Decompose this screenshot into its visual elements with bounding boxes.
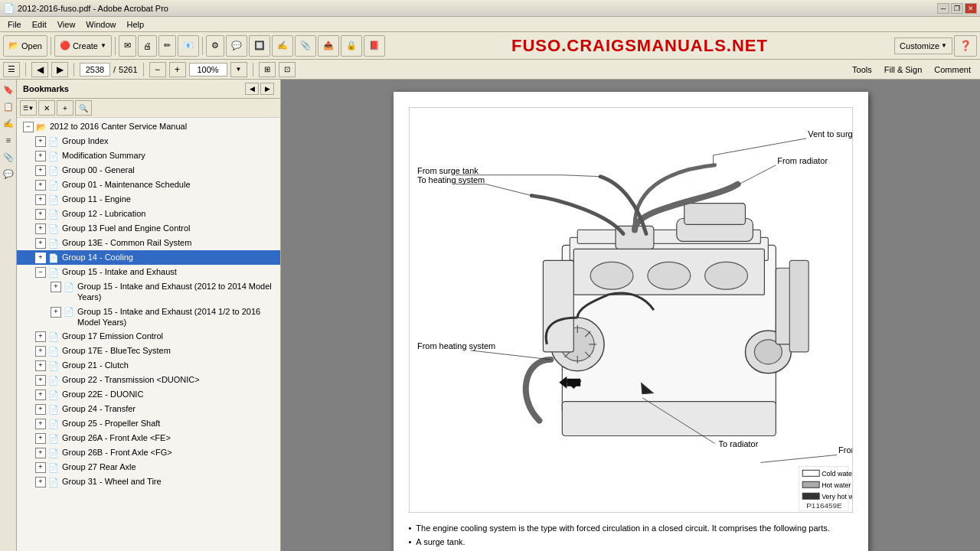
bookmark-tree[interactable]: − 📂 2012 to 2016 Canter Service Manual +… xyxy=(17,118,280,551)
bookmark-item-g26b[interactable]: + 📄 Group 26B - Front Axle <FG> xyxy=(17,445,280,460)
menu-window[interactable]: Window xyxy=(81,18,120,31)
bookmark-item-g26a[interactable]: + 📄 Group 26A - Front Axle <FE> xyxy=(17,431,280,445)
root-expander[interactable]: − xyxy=(23,122,34,132)
menu-edit[interactable]: Edit xyxy=(28,18,51,31)
bookmark-item-g22[interactable]: + 📄 Group 22 - Transmission <DUONIC> xyxy=(17,373,280,387)
sign-button[interactable]: ✍ xyxy=(272,35,293,57)
zoom-out-button[interactable]: − xyxy=(149,62,166,77)
print-button[interactable]: 🖨 xyxy=(138,35,157,57)
g27-expander[interactable]: + xyxy=(35,462,46,473)
edit-button[interactable]: ✏ xyxy=(158,35,176,57)
tools-button[interactable]: Tools xyxy=(846,62,878,77)
panel-expand-button[interactable]: ▶ xyxy=(260,83,274,95)
bookmark-item-g00[interactable]: + 📄 Group 00 - General xyxy=(17,163,280,178)
fill-sign-button[interactable]: Fill & Sign xyxy=(878,62,929,77)
fit-width-button[interactable]: ⊞ xyxy=(259,62,276,77)
menu-help[interactable]: Help xyxy=(122,18,149,31)
g15-expander[interactable]: − xyxy=(35,267,46,278)
g11-expander[interactable]: + xyxy=(35,194,46,205)
g12-expander[interactable]: + xyxy=(35,209,46,220)
open-button[interactable]: 📂 Open xyxy=(3,35,47,57)
page-number-input[interactable] xyxy=(80,63,110,77)
zoom-in-button[interactable]: + xyxy=(169,62,186,77)
customize-button[interactable]: Customize ▼ xyxy=(894,37,952,54)
comment-button[interactable]: Comment xyxy=(928,62,977,77)
bookmark-item-ms[interactable]: + 📄 Modification Summary xyxy=(17,148,280,163)
bookmark-delete-button[interactable]: ✕ xyxy=(38,100,55,116)
g15a-expander[interactable]: + xyxy=(51,282,61,292)
bookmark-item-gi[interactable]: + 📄 Group Index xyxy=(17,134,280,148)
settings-button[interactable]: ⚙ xyxy=(206,35,224,57)
g31-expander[interactable]: + xyxy=(35,477,46,487)
menu-view[interactable]: View xyxy=(53,18,80,31)
panel-collapse-button[interactable]: ◀ xyxy=(245,83,259,95)
bookmark-item-g13[interactable]: + 📄 Group 13 Fuel and Engine Control xyxy=(17,221,280,236)
bookmark-item-g15[interactable]: − 📄 Group 15 - Intake and Exhaust xyxy=(17,265,280,279)
bookmark-item-g13e[interactable]: + 📄 Group 13E - Common Rail System xyxy=(17,236,280,250)
fit-page-button[interactable]: ⊡ xyxy=(279,62,296,77)
ms-expander[interactable]: + xyxy=(35,151,46,161)
bookmark-item-g31[interactable]: + 📄 Group 31 - Wheel and Tire xyxy=(17,474,280,489)
restore-button[interactable]: ❐ xyxy=(951,3,963,14)
bookmark-item-g17[interactable]: + 📄 Group 17 Emission Control xyxy=(17,329,280,344)
bookmark-search-button[interactable]: 🔍 xyxy=(75,100,92,116)
g13e-expander[interactable]: + xyxy=(35,238,46,249)
bookmark-add-button[interactable]: + xyxy=(57,100,74,116)
close-button[interactable]: ✕ xyxy=(965,3,977,14)
acrobat-button[interactable]: 📕 xyxy=(364,35,385,57)
nav-back-button[interactable]: ◀ xyxy=(31,62,48,77)
g25-expander[interactable]: + xyxy=(35,419,46,429)
zoom-dropdown-button[interactable]: ▼ xyxy=(230,62,247,77)
create-button[interactable]: 🔴 Create ▼ xyxy=(54,35,112,57)
bookmark-item-g21[interactable]: + 📄 Group 21 - Clutch xyxy=(17,358,280,373)
bookmark-item-g11[interactable]: + 📄 Group 11 - Engine xyxy=(17,192,280,207)
bookmark-item-g22e[interactable]: + 📄 Group 22E - DUONIC xyxy=(17,387,280,402)
bookmark-item-g25[interactable]: + 📄 Group 25 - Propeller Shaft xyxy=(17,416,280,431)
menu-file[interactable]: File xyxy=(3,18,26,31)
g22-expander[interactable]: + xyxy=(35,375,46,386)
export-button[interactable]: 📤 xyxy=(318,35,339,57)
email-button[interactable]: 📧 xyxy=(178,35,199,57)
bookmark-item-g12[interactable]: + 📄 Group 12 - Lubrication xyxy=(17,207,280,221)
gi-expander[interactable]: + xyxy=(35,136,46,147)
g17-expander[interactable]: + xyxy=(35,331,46,342)
help-icon-button[interactable]: ❓ xyxy=(954,35,977,57)
bookmark-item-g24[interactable]: + 📄 Group 24 - Transfer xyxy=(17,402,280,416)
send-button[interactable]: ✉ xyxy=(119,35,136,57)
bookmark-item-g15a[interactable]: + 📄 Group 15 - Intake and Exhaust (2012 … xyxy=(17,279,280,305)
comment-btn[interactable]: 💬 xyxy=(226,35,247,57)
g22e-expander[interactable]: + xyxy=(35,390,46,400)
bookmarks-panel-icon[interactable]: 🔖 xyxy=(2,83,15,96)
bookmark-item-g14[interactable]: + 📄 Group 14 - Cooling xyxy=(17,250,280,265)
g13-expander[interactable]: + xyxy=(35,223,46,234)
signatures-icon[interactable]: ✍ xyxy=(2,116,15,130)
bookmark-label-g22: Group 22 - Transmission <DUONIC> xyxy=(62,374,200,385)
g14-expander[interactable]: + xyxy=(35,253,46,263)
bookmark-item-g01[interactable]: + 📄 Group 01 - Maintenance Schedule xyxy=(17,178,280,192)
attachments-icon[interactable]: 📎 xyxy=(2,150,15,164)
g26b-expander[interactable]: + xyxy=(35,448,46,458)
minimize-button[interactable]: ─ xyxy=(937,3,949,14)
pdf-viewer[interactable]: Vent to surge tank From radiator To heat… xyxy=(281,80,980,551)
bookmark-item-g27[interactable]: + 📄 Group 27 Rear Axle xyxy=(17,460,280,474)
bookmark-item-g17e[interactable]: + 📄 Group 17E - BlueTec System xyxy=(17,344,280,358)
zoom-input[interactable] xyxy=(189,63,227,77)
g17e-expander[interactable]: + xyxy=(35,346,46,357)
bookmark-item-root[interactable]: − 📂 2012 to 2016 Canter Service Manual xyxy=(17,119,280,134)
bookmark-item-g15b[interactable]: + 📄 Group 15 - Intake and Exhaust (2014 … xyxy=(17,305,280,330)
g24-expander[interactable]: + xyxy=(35,404,46,415)
bookmark-dropdown-button[interactable]: ☰▼ xyxy=(20,100,37,116)
g26a-expander[interactable]: + xyxy=(35,433,46,444)
g15b-expander[interactable]: + xyxy=(51,307,61,318)
sidebar-toggle-button[interactable]: ☰ xyxy=(3,62,20,77)
nav-forward-button[interactable]: ▶ xyxy=(51,62,68,77)
attach-button[interactable]: 📎 xyxy=(295,35,316,57)
comments-panel-icon[interactable]: 💬 xyxy=(2,167,15,181)
g01-expander[interactable]: + xyxy=(35,180,46,191)
pages-panel-icon[interactable]: 📋 xyxy=(2,99,15,113)
layers-icon[interactable]: ≡ xyxy=(2,133,15,147)
stamp-button[interactable]: 🔲 xyxy=(249,35,270,57)
g00-expander[interactable]: + xyxy=(35,165,46,176)
g21-expander[interactable]: + xyxy=(35,360,46,371)
protect-button[interactable]: 🔒 xyxy=(341,35,362,57)
